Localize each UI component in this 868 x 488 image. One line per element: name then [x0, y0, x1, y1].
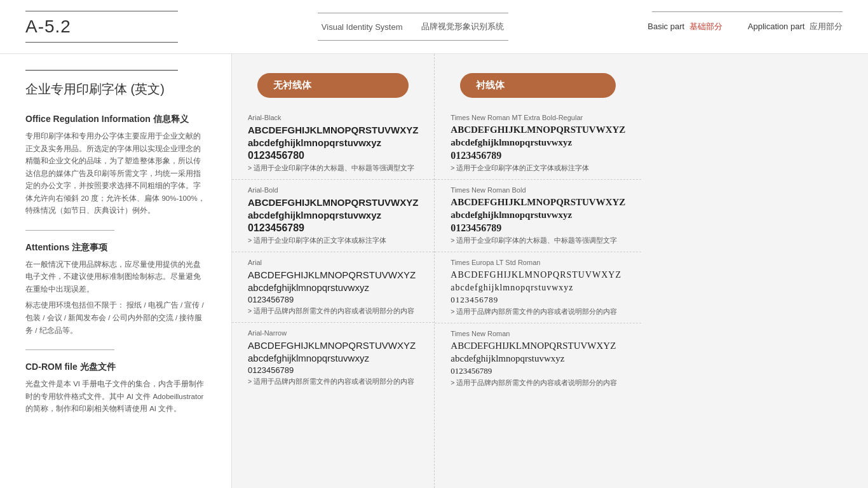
font-note-times-europa: 适用于品牌内部所需文件的内容或者说明部分的内容 [451, 308, 625, 316]
main-content: 无衬线体 Arial-Black ABCDEFGHIJKLMNOPQRSTUVW… [232, 54, 868, 488]
font-display-arial-narrow: ABCDEFGHIJKLMNOPQRSTUVWXYZ abcdefghijklm… [248, 339, 418, 364]
header-center: Visual Identity System 品牌视觉形象识别系统 [318, 13, 508, 41]
font-name-arial: Arial [248, 259, 418, 266]
font-note-arial-black: 适用于企业印刷字体的大标题、中标题等强调型文字 [248, 164, 418, 173]
font-name-times-europa: Times Europa LT Std Roman [451, 259, 625, 266]
font-entry-arial-black: Arial-Black ABCDEFGHIJKLMNOPQRSTUVWXYZ a… [232, 107, 434, 180]
font-entry-times-europa: Times Europa LT Std Roman ABCDEFGHIJKLMN… [435, 252, 641, 323]
regulation-heading: Office Regulation Information 信息释义 [25, 114, 206, 125]
font-name-arial-bold: Arial-Bold [248, 186, 418, 194]
font-columns-wrapper: 无衬线体 Arial-Black ABCDEFGHIJKLMNOPQRSTUVW… [232, 54, 868, 488]
header-left: A-5.2 [25, 11, 178, 43]
font-column-sans: 无衬线体 Arial-Black ABCDEFGHIJKLMNOPQRSTUVW… [232, 54, 434, 488]
font-display-times-europa: ABCDEFGHIJKLMNOPQRSTUVWXYZ abcdefghijklm… [451, 269, 625, 294]
center-bottom-rule [318, 40, 508, 41]
info-block-cdrom: CD-ROM file 光盘文件 光盘文件是本 VI 手册电子文件的集合，内含手… [25, 362, 206, 416]
cdrom-heading: CD-ROM file 光盘文件 [25, 362, 206, 373]
page-code: A-5.2 [25, 17, 178, 37]
font-entry-arial-narrow: Arial-Narrow ABCDEFGHIJKLMNOPQRSTUVWXYZ … [232, 323, 434, 393]
info-block-regulation: Office Regulation Information 信息释义 专用印刷字… [25, 114, 206, 217]
font-note-times-extra-bold: 适用于企业印刷字体的正文字体或标注字体 [451, 164, 625, 173]
font-note-times-normal: 适用于品牌内部所需文件的内容或者说明部分的内容 [451, 379, 625, 388]
font-column-serif: 衬线体 Times New Roman MT Extra Bold-Regula… [434, 54, 641, 488]
font-display-times-normal: ABCDEFGHIJKLMNOPQRSTUVWXYZ abcdefghijklm… [451, 340, 625, 365]
font-note-arial-narrow: 适用于品牌内部所需文件的内容或者说明部分的内容 [248, 377, 418, 386]
header-top-rule [25, 11, 178, 11]
font-display-arial: ABCDEFGHIJKLMNOPQRSTUVWXYZ abcdefghijklm… [248, 269, 418, 294]
info-divider-2 [25, 349, 114, 350]
left-sidebar: 企业专用印刷字体 (英文) Office Regulation Informat… [0, 54, 232, 488]
font-name-times-normal: Times New Roman [451, 330, 625, 337]
info-divider [25, 230, 114, 231]
left-header-wrapper: 无衬线体 [232, 54, 434, 107]
font-numbers-arial-black: 0123456780 [248, 150, 418, 161]
font-name-times-bold: Times New Roman Bold [451, 186, 625, 194]
category-header-sans: 无衬线体 [257, 73, 409, 98]
font-numbers-times-europa: 0123456789 [451, 295, 625, 305]
header-right: Basic part 基础部分 Application part 应用部分 [648, 21, 843, 32]
font-entry-times-extra-bold: Times New Roman MT Extra Bold-Regular AB… [435, 107, 641, 180]
vis-title-en: Visual Identity System [322, 22, 403, 32]
font-numbers-times-extra-bold: 0123456789 [451, 150, 625, 161]
font-name-times-extra-bold: Times New Roman MT Extra Bold-Regular [451, 114, 625, 121]
font-display-arial-black: ABCDEFGHIJKLMNOPQRSTUVWXYZ abcdefghijklm… [248, 124, 418, 149]
center-top-rule [318, 13, 508, 13]
category-header-serif: 衬线体 [460, 73, 616, 98]
font-display-times-extra-bold: ABCDEFGHIJKLMNOPQRSTUVWXYZ abcdefghijklm… [451, 124, 625, 149]
nav-section: Basic part 基础部分 Application part 应用部分 [648, 21, 843, 32]
header: A-5.2 Visual Identity System 品牌视觉形象识别系统 … [0, 0, 868, 54]
font-name-arial-black: Arial-Black [248, 114, 418, 121]
font-name-arial-narrow: Arial-Narrow [248, 329, 418, 337]
font-numbers-arial: 0123456789 [248, 295, 418, 304]
header-titles: Visual Identity System 品牌视觉形象识别系统 [322, 21, 505, 32]
right-top-rule [652, 11, 843, 12]
attentions-text2: 标志使用环境包括但不限于： 报纸 / 电视广告 / 宣传 / 包装 / 会议 /… [25, 299, 206, 337]
font-entry-times-bold: Times New Roman Bold ABCDEFGHIJKLMNOPQRS… [435, 180, 641, 252]
section-title: 企业专用印刷字体 (英文) [25, 81, 206, 98]
right-header-wrapper: 衬线体 [435, 54, 641, 107]
info-block-attentions: Attentions 注意事项 在一般情况下使用品牌标志，应尽量使用提供的光盘电… [25, 242, 206, 337]
font-numbers-arial-narrow: 0123456789 [248, 365, 418, 375]
vis-title-cn: 品牌视觉形象识别系统 [421, 21, 504, 32]
nav-application-part: Application part 应用部分 [748, 21, 843, 32]
regulation-text: 专用印刷字体和专用办公字体主要应用于企业文献的正文及实务用品。所选定的字体用以实… [25, 130, 206, 217]
font-entry-arial-bold: Arial-Bold ABCDEFGHIJKLMNOPQRSTUVWXYZ ab… [232, 180, 434, 252]
font-display-times-bold: ABCDEFGHIJKLMNOPQRSTUVWXYZ abcdefghijklm… [451, 196, 625, 221]
font-entry-arial: Arial ABCDEFGHIJKLMNOPQRSTUVWXYZ abcdefg… [232, 252, 434, 323]
nav-basic-part: Basic part 基础部分 [648, 21, 722, 32]
attentions-heading: Attentions 注意事项 [25, 242, 206, 254]
font-note-arial: 适用于品牌内部所需文件的内容或者说明部分的内容 [248, 307, 418, 316]
sidebar-divider [25, 70, 178, 71]
font-numbers-times-bold: 0123456789 [451, 222, 625, 234]
font-note-arial-bold: 适用于企业印刷字体的正文字体或标注字体 [248, 236, 418, 245]
font-entry-times-normal: Times New Roman ABCDEFGHIJKLMNOPQRSTUVWX… [435, 323, 641, 394]
font-numbers-times-normal: 0123456789 [451, 366, 625, 376]
attentions-text1: 在一般情况下使用品牌标志，应尽量使用提供的光盘电子文件，不建议使用标准制图绘制标… [25, 259, 206, 296]
cdrom-text: 光盘文件是本 VI 手册电子文件的集合，内含手册制作时的专用软件格式文件。其中 … [25, 378, 206, 416]
font-display-arial-bold: ABCDEFGHIJKLMNOPQRSTUVWXYZ abcdefghijklm… [248, 196, 418, 221]
font-note-times-bold: 适用于企业印刷字体的大标题、中标题等强调型文字 [451, 236, 625, 245]
font-numbers-arial-bold: 0123456789 [248, 222, 418, 234]
header-bottom-rule [25, 42, 178, 43]
